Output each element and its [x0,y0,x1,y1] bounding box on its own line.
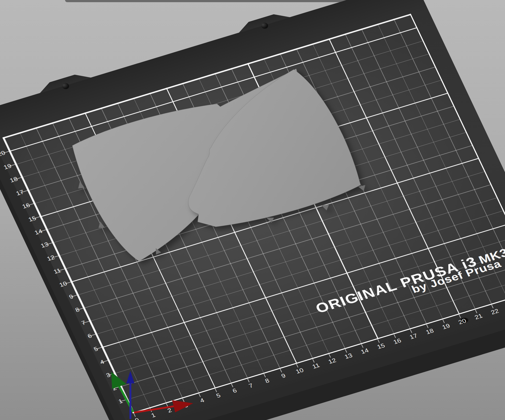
x-axis-tick [459,315,461,318]
x-axis-label: 19 [438,322,454,331]
x-axis-label: 2 [162,406,177,415]
bed-plane: 1234567891011121314151617181920 01234567… [0,0,505,420]
bed-mount-tab-middle [235,10,290,33]
x-axis-label: 16 [390,337,405,346]
x-axis-tick [345,349,347,353]
x-axis-tick [394,334,396,338]
x-axis-label: 11 [308,361,324,371]
x-axis-label: 0 [129,416,145,420]
x-axis-label: 1 [146,411,161,420]
x-axis-tick [378,339,380,343]
x-axis-label: 4 [194,396,210,405]
x-axis-label: 7 [243,381,259,390]
x-axis-label: 12 [324,357,340,366]
x-axis-label: 9 [276,371,291,380]
x-axis-label: 14 [357,347,372,356]
x-axis-tick [199,394,201,397]
x-axis-tick [313,359,315,363]
viewport-3d[interactable]: 1234567891011121314151617181920 01234567… [0,0,505,420]
x-axis-label: 5 [211,391,226,400]
bed-mount-tab-left [36,70,91,93]
x-axis-tick [443,320,445,323]
x-axis-label: 18 [422,327,438,336]
x-axis-tick [134,413,136,417]
x-axis-label: 15 [373,342,389,351]
x-axis-label: 3 [178,401,194,410]
x-axis-tick [296,364,298,367]
x-axis-tick [329,354,331,358]
x-axis-tick [247,379,250,382]
x-axis-tick [215,389,217,392]
x-axis-label: 21 [471,312,486,321]
x-axis-label: 17 [406,332,421,341]
x-axis-tick [491,305,494,308]
x-axis-tick [264,374,266,377]
x-axis-label: 6 [227,386,242,395]
x-axis-tick [361,344,364,348]
x-axis-tick [182,399,185,402]
x-axis-tick [166,403,168,407]
toolbar-edge [65,0,355,2]
x-axis-label: 22 [487,307,503,316]
x-axis-tick [426,325,429,328]
x-axis-tick [280,369,282,373]
x-axis-label: 8 [259,376,275,386]
x-axis-tick [150,408,152,412]
x-axis-tick [410,329,412,333]
x-axis-label: 13 [341,352,356,361]
x-axis-label: 20 [455,317,470,326]
x-axis-tick [231,384,233,387]
x-axis-tick [475,310,477,313]
x-axis-label: 10 [292,366,307,376]
